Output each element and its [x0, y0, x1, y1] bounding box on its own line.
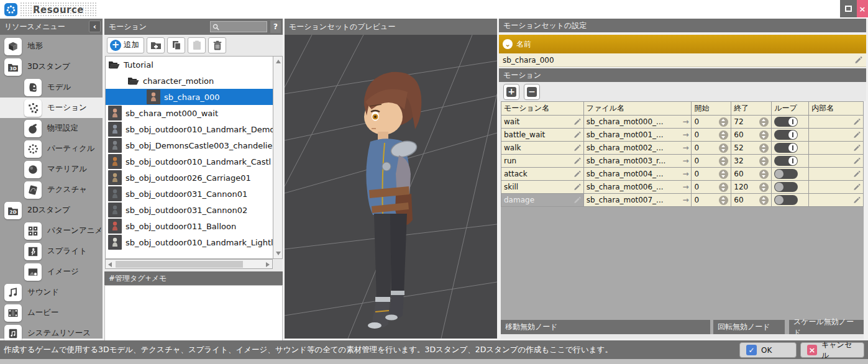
- file-name-cell[interactable]: sb_chara_mot004_...→: [584, 168, 692, 181]
- edit-pencil-icon[interactable]: [573, 144, 581, 152]
- spinner-icon[interactable]: [759, 117, 769, 127]
- sidebar-collapse-button[interactable]: ‹: [89, 20, 101, 32]
- spinner-icon[interactable]: [759, 143, 769, 153]
- cancel-button[interactable]: × キャンセル: [800, 342, 864, 358]
- edit-pencil-icon[interactable]: [853, 144, 861, 152]
- spinner-icon[interactable]: [759, 170, 769, 179]
- edit-pencil-icon[interactable]: [573, 170, 581, 178]
- tree-item[interactable]: sb_chara_mot000_wait: [106, 105, 273, 121]
- tree-item[interactable]: Tutorial: [106, 57, 273, 73]
- delete-button[interactable]: [208, 37, 226, 53]
- search-box[interactable]: [210, 21, 267, 32]
- sidebar-item-image[interactable]: イメージ: [0, 262, 103, 282]
- internal-name-cell[interactable]: [809, 194, 864, 207]
- start-frame-cell[interactable]: 0: [692, 168, 731, 181]
- loop-toggle[interactable]: [774, 143, 798, 153]
- motion-name-cell[interactable]: run: [501, 155, 584, 168]
- start-frame-cell[interactable]: 0: [692, 142, 731, 155]
- spinner-icon[interactable]: [719, 117, 728, 127]
- preview-3d-viewport[interactable]: [285, 35, 497, 339]
- sidebar-item-material[interactable]: マテリアル: [0, 159, 103, 180]
- maximize-button[interactable]: [840, 0, 857, 17]
- start-frame-cell[interactable]: 0: [692, 116, 731, 129]
- motion-name-cell[interactable]: damage: [501, 194, 584, 207]
- sidebar-item-sound[interactable]: サウンド: [0, 282, 103, 303]
- tree-horizontal-scrollbar[interactable]: [105, 259, 273, 269]
- end-frame-cell[interactable]: 60: [731, 129, 772, 142]
- internal-name-cell[interactable]: [809, 168, 864, 181]
- motion-name-cell[interactable]: walk: [501, 142, 584, 155]
- file-select-arrow-icon[interactable]: →: [682, 170, 688, 178]
- edit-pencil-icon[interactable]: [854, 56, 862, 64]
- add-row-button[interactable]: +: [503, 84, 519, 100]
- end-frame-cell[interactable]: 52: [731, 142, 772, 155]
- edit-pencil-icon[interactable]: [853, 157, 861, 165]
- tree-item[interactable]: sb_obj_outdoor011_Balloon: [106, 218, 273, 234]
- spinner-icon[interactable]: [719, 170, 728, 179]
- file-select-arrow-icon[interactable]: →: [682, 183, 688, 191]
- spinner-icon[interactable]: [719, 157, 728, 166]
- start-frame-cell[interactable]: 0: [692, 194, 731, 207]
- sidebar-item-texture[interactable]: テクスチャ: [0, 180, 103, 200]
- start-frame-cell[interactable]: 0: [692, 129, 731, 142]
- scroll-down-arrow[interactable]: [276, 252, 281, 255]
- file-select-arrow-icon[interactable]: →: [682, 117, 688, 126]
- sidebar-item-terrain[interactable]: 地形: [0, 36, 103, 57]
- file-select-arrow-icon[interactable]: →: [682, 130, 688, 139]
- internal-name-cell[interactable]: [809, 142, 864, 155]
- start-frame-cell[interactable]: 0: [692, 181, 731, 194]
- file-name-cell[interactable]: sb_chara_mot007_...→: [584, 194, 692, 207]
- internal-name-cell[interactable]: [809, 181, 864, 194]
- spinner-icon[interactable]: [759, 130, 769, 140]
- new-folder-button[interactable]: [147, 37, 165, 53]
- edit-pencil-icon[interactable]: [573, 157, 581, 165]
- sidebar-item-physics[interactable]: 物理設定: [0, 118, 103, 139]
- tree-item[interactable]: sb_obj_outdoor010_Landmark_Lightl: [106, 234, 273, 250]
- tree-item[interactable]: character_motion: [106, 73, 273, 89]
- start-frame-cell[interactable]: 0: [692, 155, 731, 168]
- internal-name-cell[interactable]: [809, 116, 864, 129]
- edit-pencil-icon[interactable]: [573, 196, 581, 204]
- loop-toggle[interactable]: [774, 130, 798, 140]
- end-frame-cell[interactable]: 60: [731, 194, 772, 207]
- file-select-arrow-icon[interactable]: →: [682, 143, 688, 152]
- spinner-icon[interactable]: [759, 196, 769, 205]
- tree-item[interactable]: sb_obj_outdoor010_Landmark_Castl: [106, 153, 273, 170]
- spinner-icon[interactable]: [719, 130, 728, 140]
- file-name-cell[interactable]: sb_chara_mot006_...→: [584, 181, 692, 194]
- internal-name-cell[interactable]: [809, 129, 864, 142]
- tree-item[interactable]: sb_obj_outdoor031_Cannon01: [106, 186, 273, 202]
- file-name-cell[interactable]: sb_chara_mot000_...→: [584, 116, 692, 129]
- edit-pencil-icon[interactable]: [573, 118, 581, 125]
- edit-pencil-icon[interactable]: [573, 183, 581, 191]
- motion-name-cell[interactable]: skill: [501, 181, 584, 194]
- tree-vertical-scrollbar[interactable]: [273, 56, 283, 259]
- edit-pencil-icon[interactable]: [853, 118, 861, 125]
- spinner-icon[interactable]: [719, 196, 728, 205]
- edit-pencil-icon[interactable]: [853, 131, 861, 139]
- internal-name-cell[interactable]: [809, 155, 864, 168]
- sidebar-item-sprite[interactable]: スプライト: [0, 241, 103, 262]
- edit-pencil-icon[interactable]: [853, 183, 861, 191]
- tree-item[interactable]: sb_obj_outdoor026_Carriage01: [106, 170, 273, 186]
- tree-item[interactable]: sb_obj_outdoor031_Cannon02: [106, 202, 273, 218]
- spinner-icon[interactable]: [759, 183, 769, 192]
- loop-toggle[interactable]: [774, 169, 798, 179]
- scroll-up-arrow[interactable]: [276, 60, 281, 63]
- ok-button[interactable]: ✓ OK: [739, 342, 797, 358]
- tree-item[interactable]: sb_chara_000: [106, 89, 273, 105]
- loop-toggle[interactable]: [774, 156, 798, 166]
- edit-pencil-icon[interactable]: [573, 131, 581, 139]
- edit-pencil-icon[interactable]: [853, 196, 861, 204]
- loop-toggle[interactable]: [774, 117, 798, 127]
- sidebar-item-3d-stamp[interactable]: 3D3Dスタンプ: [0, 57, 103, 77]
- motion-name-cell[interactable]: battle_wait: [501, 129, 584, 142]
- sidebar-item-2d-stamp[interactable]: 2D2Dスタンプ: [0, 200, 103, 221]
- scroll-thumb[interactable]: [116, 261, 243, 268]
- end-frame-cell[interactable]: 60: [731, 168, 772, 181]
- search-input[interactable]: [219, 23, 263, 30]
- end-frame-cell[interactable]: 72: [731, 116, 772, 129]
- scroll-right-arrow[interactable]: [266, 262, 270, 267]
- scroll-left-arrow[interactable]: [108, 262, 112, 267]
- loop-toggle[interactable]: [774, 195, 798, 205]
